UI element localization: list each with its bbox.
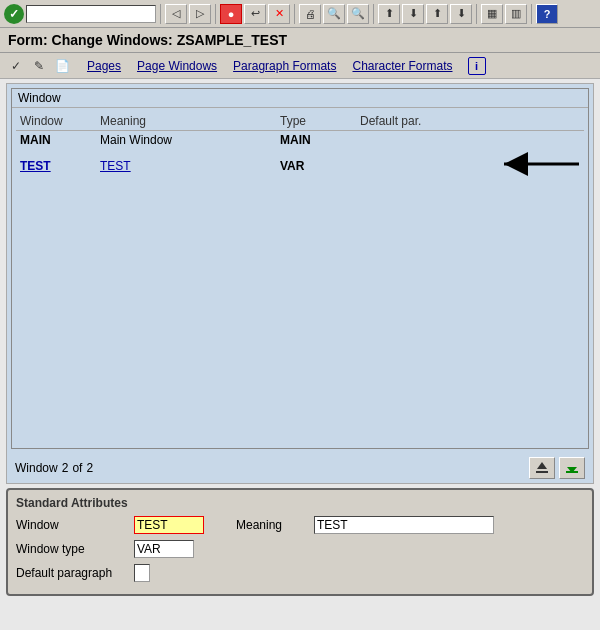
- nav-back-button[interactable]: ◁: [165, 4, 187, 24]
- attr-row-window: Window Meaning: [16, 516, 584, 534]
- std-attrs-title: Standard Attributes: [16, 496, 584, 510]
- upload-icon: [534, 460, 550, 476]
- table-row: TEST TEST VAR: [16, 157, 554, 175]
- separator-1: [160, 4, 161, 24]
- toolbar-top: ✓ ◁ ▷ ● ↩ ✕ 🖨 🔍 🔍 ⬆ ⬇ ⬆ ⬇ ▦ ▥ ?: [0, 0, 600, 28]
- attr-row-default-paragraph: Default paragraph: [16, 564, 584, 582]
- nav-forward-button[interactable]: ▷: [189, 4, 211, 24]
- svg-rect-2: [536, 471, 548, 473]
- separator-6: [531, 4, 532, 24]
- standard-attributes-box: Standard Attributes Window Meaning Windo…: [6, 488, 594, 596]
- table-header: Window Meaning Type Default par.: [16, 112, 584, 131]
- arrow-annotation: [494, 149, 584, 182]
- toolbar-second: ✓ ✎ 📄 Pages Page Windows Paragraph Forma…: [0, 53, 600, 79]
- down2-button[interactable]: ⬇: [450, 4, 472, 24]
- separator-4: [373, 4, 374, 24]
- down-button[interactable]: ⬇: [402, 4, 424, 24]
- title-bar: Form: Change Windows: ZSAMPLE_TEST: [0, 28, 600, 53]
- nav-page-windows[interactable]: Page Windows: [129, 57, 225, 75]
- status-total: 2: [86, 461, 93, 475]
- find-next-button[interactable]: 🔍: [347, 4, 369, 24]
- window-type-input[interactable]: [134, 540, 194, 558]
- main-content: Window Window Meaning Type Default par. …: [6, 83, 594, 484]
- col-meaning: Meaning: [100, 114, 280, 128]
- find-button[interactable]: 🔍: [323, 4, 345, 24]
- edit-icon[interactable]: ✎: [29, 57, 49, 75]
- separator-5: [476, 4, 477, 24]
- row1-window: MAIN: [20, 133, 100, 147]
- separator-3: [294, 4, 295, 24]
- attr-row-window-type: Window type: [16, 540, 584, 558]
- redo-button[interactable]: ✕: [268, 4, 290, 24]
- green-check-icon[interactable]: ✓: [4, 4, 24, 24]
- print-button[interactable]: 🖨: [299, 4, 321, 24]
- command-input[interactable]: [26, 5, 156, 23]
- col-default-par: Default par.: [360, 114, 480, 128]
- meaning-label: Meaning: [236, 518, 306, 532]
- col-type: Type: [280, 114, 360, 128]
- status-current: 2: [62, 461, 69, 475]
- meaning-input[interactable]: [314, 516, 494, 534]
- table-row: MAIN Main Window MAIN: [16, 131, 584, 149]
- status-separator: of: [72, 461, 82, 475]
- arrow-icon: [494, 149, 584, 179]
- page-title: Form: Change Windows: ZSAMPLE_TEST: [8, 32, 287, 48]
- window-input[interactable]: [134, 516, 204, 534]
- help-button[interactable]: ?: [536, 4, 558, 24]
- info-icon[interactable]: i: [468, 57, 486, 75]
- row2-container: TEST TEST VAR: [16, 149, 584, 182]
- page-icon[interactable]: 📄: [52, 57, 72, 75]
- status-row: Window 2 of 2: [7, 453, 593, 483]
- nav-paragraph-formats[interactable]: Paragraph Formats: [225, 57, 344, 75]
- window-type-label: Window type: [16, 542, 126, 556]
- col-window: Window: [20, 114, 100, 128]
- default-paragraph-label: Default paragraph: [16, 566, 126, 580]
- nav-character-formats[interactable]: Character Formats: [344, 57, 460, 75]
- download-icon: [564, 460, 580, 476]
- row1-meaning: Main Window: [100, 133, 280, 147]
- layout-button[interactable]: ▦: [481, 4, 503, 24]
- layout2-button[interactable]: ▥: [505, 4, 527, 24]
- up2-button[interactable]: ⬆: [426, 4, 448, 24]
- download-nav-button[interactable]: [559, 457, 585, 479]
- check-icon[interactable]: ✓: [6, 57, 26, 75]
- up-button[interactable]: ⬆: [378, 4, 400, 24]
- status-label: Window: [15, 461, 58, 475]
- nav-menu: Pages Page Windows Paragraph Formats Cha…: [79, 57, 461, 75]
- row2-type: VAR: [280, 159, 360, 173]
- table-area: Window Meaning Type Default par. MAIN Ma…: [12, 108, 588, 448]
- svg-marker-3: [537, 462, 547, 469]
- window-label: Window: [16, 518, 126, 532]
- row1-type: MAIN: [280, 133, 360, 147]
- nav-buttons: [529, 457, 585, 479]
- row2-window[interactable]: TEST: [20, 159, 100, 173]
- undo-button[interactable]: ↩: [244, 4, 266, 24]
- default-paragraph-input[interactable]: [134, 564, 150, 582]
- save-button[interactable]: ●: [220, 4, 242, 24]
- status-text-area: Window 2 of 2: [15, 461, 93, 475]
- window-group-title: Window: [12, 89, 588, 108]
- separator-2: [215, 4, 216, 24]
- nav-pages[interactable]: Pages: [79, 57, 129, 75]
- window-group-box: Window Window Meaning Type Default par. …: [11, 88, 589, 449]
- row2-meaning[interactable]: TEST: [100, 159, 280, 173]
- upload-nav-button[interactable]: [529, 457, 555, 479]
